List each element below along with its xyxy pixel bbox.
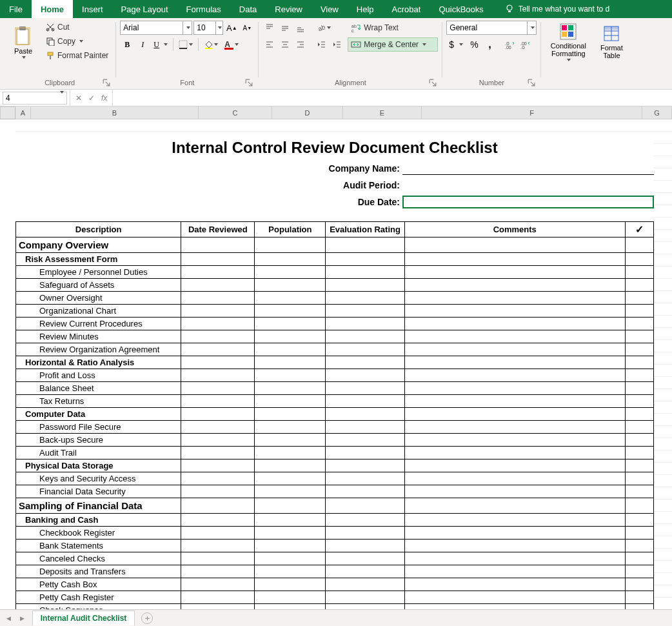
description-cell[interactable]: Petty Cash Box [16, 578, 181, 591]
table-cell[interactable] [404, 266, 625, 279]
description-cell[interactable]: Financial Data Security [16, 485, 181, 498]
table-cell[interactable] [181, 369, 255, 382]
formula-input[interactable] [112, 90, 672, 106]
description-cell[interactable]: Physical Data Storage [16, 459, 181, 472]
table-cell[interactable] [326, 472, 404, 485]
table-cell[interactable] [326, 459, 404, 472]
table-cell[interactable] [326, 369, 404, 382]
table-cell[interactable] [326, 527, 404, 540]
decrease-indent-button[interactable] [314, 37, 328, 52]
align-middle-button[interactable] [278, 21, 292, 35]
table-cell[interactable] [255, 279, 326, 292]
description-cell[interactable]: Company Overview [16, 237, 181, 253]
table-cell[interactable] [404, 408, 625, 421]
table-cell[interactable] [625, 498, 653, 514]
comma-button[interactable]: , [482, 37, 497, 52]
table-cell[interactable] [625, 382, 653, 395]
table-cell[interactable] [255, 540, 326, 552]
table-cell[interactable] [181, 279, 255, 292]
paste-button[interactable]: Paste [8, 21, 39, 63]
dialog-launcher-icon[interactable] [245, 79, 253, 86]
table-cell[interactable] [404, 421, 625, 434]
column-header-F[interactable]: F [422, 106, 642, 119]
tab-help[interactable]: Help [348, 0, 383, 18]
table-cell[interactable] [404, 279, 625, 292]
table-cell[interactable] [326, 305, 404, 318]
table-cell[interactable] [181, 356, 255, 369]
table-cell[interactable] [255, 330, 326, 343]
font-color-button[interactable]: A [222, 37, 241, 52]
chevron-down-icon[interactable] [59, 94, 66, 103]
cut-button[interactable]: Cut [43, 21, 112, 34]
table-cell[interactable] [404, 552, 625, 565]
table-cell[interactable] [255, 369, 326, 382]
table-cell[interactable] [181, 434, 255, 447]
table-cell[interactable] [404, 356, 625, 369]
description-cell[interactable]: Horizontal & Ratio Analysis [16, 356, 181, 369]
table-cell[interactable] [326, 318, 404, 330]
table-cell[interactable] [404, 485, 625, 498]
select-all-corner[interactable] [0, 106, 15, 119]
description-cell[interactable]: Audit Trail [16, 447, 181, 459]
decrease-decimal-button[interactable]: .00.0 [519, 37, 533, 52]
tab-review[interactable]: Review [266, 0, 311, 18]
chevron-down-icon[interactable] [183, 21, 192, 34]
table-cell[interactable] [255, 408, 326, 421]
description-cell[interactable]: Tax Returns [16, 395, 181, 408]
description-cell[interactable]: Sampling of Financial Data [16, 498, 181, 514]
table-cell[interactable] [255, 514, 326, 527]
table-cell[interactable] [625, 318, 653, 330]
table-cell[interactable] [181, 498, 255, 514]
column-header-E[interactable]: E [343, 106, 422, 119]
table-cell[interactable] [181, 395, 255, 408]
tab-formulas[interactable]: Formulas [177, 0, 230, 18]
table-cell[interactable] [625, 485, 653, 498]
table-cell[interactable] [625, 266, 653, 279]
table-cell[interactable] [326, 253, 404, 266]
table-cell[interactable] [404, 292, 625, 305]
name-box-input[interactable] [3, 94, 59, 103]
table-cell[interactable] [326, 408, 404, 421]
fx-button[interactable]: fx [99, 94, 110, 103]
table-cell[interactable] [625, 514, 653, 527]
table-cell[interactable] [404, 253, 625, 266]
table-cell[interactable] [181, 266, 255, 279]
description-cell[interactable]: Profit and Loss [16, 369, 181, 382]
increase-decimal-button[interactable]: .0.00 [503, 37, 517, 52]
description-cell[interactable]: Review Minutes [16, 330, 181, 343]
column-header-A[interactable]: A [15, 106, 31, 119]
table-cell[interactable] [255, 266, 326, 279]
number-format-input[interactable] [447, 23, 527, 32]
description-cell[interactable]: Organizational Chart [16, 305, 181, 318]
description-cell[interactable]: Deposits and Transfers [16, 565, 181, 578]
table-cell[interactable] [625, 565, 653, 578]
table-cell[interactable] [404, 527, 625, 540]
font-size-combo[interactable] [193, 21, 223, 35]
table-cell[interactable] [181, 447, 255, 459]
form-field[interactable] [402, 162, 654, 175]
table-cell[interactable] [326, 356, 404, 369]
align-center-button[interactable] [278, 37, 292, 52]
table-cell[interactable] [255, 421, 326, 434]
table-cell[interactable] [255, 498, 326, 514]
underline-button[interactable]: U [151, 37, 170, 52]
table-cell[interactable] [404, 237, 625, 253]
table-cell[interactable] [404, 472, 625, 485]
table-cell[interactable] [326, 330, 404, 343]
table-cell[interactable] [625, 578, 653, 591]
table-cell[interactable] [625, 447, 653, 459]
tab-acrobat[interactable]: Acrobat [383, 0, 430, 18]
wrap-text-button[interactable]: abc Wrap Text [348, 21, 438, 35]
align-top-button[interactable] [262, 21, 277, 35]
table-cell[interactable] [404, 305, 625, 318]
align-right-button[interactable] [293, 37, 308, 52]
table-cell[interactable] [326, 514, 404, 527]
orientation-button[interactable]: ab [314, 21, 333, 35]
table-cell[interactable] [404, 459, 625, 472]
table-cell[interactable] [404, 514, 625, 527]
description-cell[interactable]: Safeguard of Assets [16, 279, 181, 292]
table-cell[interactable] [326, 266, 404, 279]
add-sheet-button[interactable]: ＋ [141, 612, 153, 624]
table-cell[interactable] [404, 330, 625, 343]
sheet-tab-active[interactable]: Internal Audit Checklist [32, 611, 135, 625]
